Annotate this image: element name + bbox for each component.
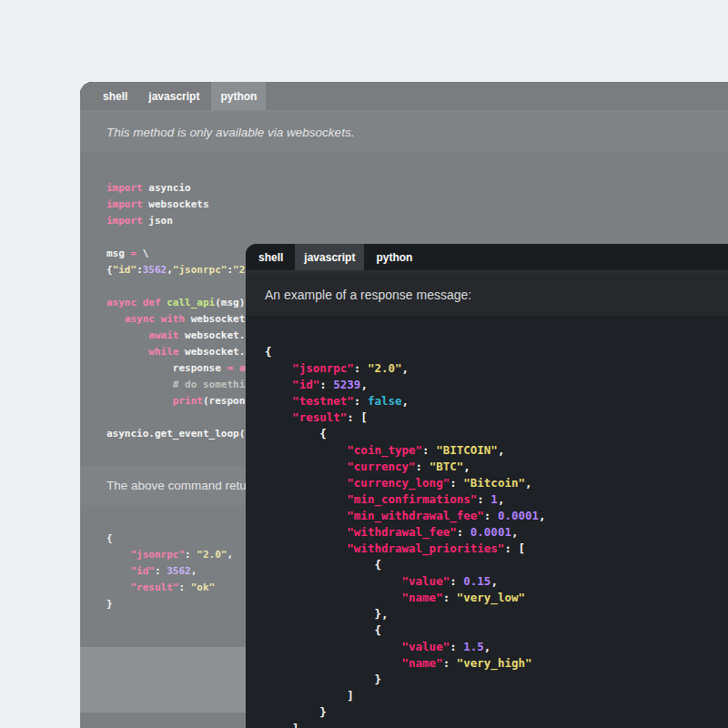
code-line: "withdrawal_fee": 0.0001, — [265, 524, 728, 541]
code-line: ], — [265, 721, 728, 728]
page: { "colors": { "page_bg": "#edeff2", "pan… — [0, 0, 728, 728]
code-line: { — [265, 622, 728, 639]
code-line: "min_withdrawal_fee": 0.0001, — [265, 508, 728, 524]
code-line: import websockets — [106, 197, 728, 213]
tab-javascript[interactable]: javascript — [295, 244, 364, 270]
code-line: ] — [265, 688, 728, 704]
code-line: "result": [ — [265, 410, 728, 426]
code-line: "min_confirmations": 1, — [265, 491, 728, 508]
code-line: "currency_long": "Bitcoin", — [265, 475, 728, 491]
code-line: "jsonrpc": "2.0", — [265, 360, 728, 377]
websockets-availability-note: This method is only available via websoc… — [80, 113, 728, 152]
tab-python[interactable]: python — [367, 244, 421, 270]
code-line: import asyncio — [106, 180, 728, 197]
front-language-tabbar: shelljavascriptpython — [246, 244, 728, 273]
code-line: "withdrawal_priorities": [ — [265, 541, 728, 557]
code-line: { — [265, 426, 728, 442]
code-line: }, — [265, 606, 728, 622]
code-line: "coin_type": "BITCOIN", — [265, 442, 728, 459]
tab-javascript[interactable]: javascript — [139, 82, 208, 110]
response-example-note: An example of a response message: — [246, 273, 728, 316]
tab-shell[interactable]: shell — [94, 82, 136, 110]
code-line: "value": 0.15, — [265, 573, 728, 590]
code-line: "name": "very_low" — [265, 590, 728, 606]
code-line: import json — [106, 213, 728, 229]
code-line: "value": 1.5, — [265, 639, 728, 655]
code-line: "name": "very_high" — [265, 655, 728, 672]
code-line: } — [265, 672, 728, 688]
code-line: "testnet": false, — [265, 393, 728, 410]
code-line: "id": 5239, — [265, 377, 728, 393]
tab-shell[interactable]: shell — [249, 244, 292, 270]
foreground-docs-code-panel: shelljavascriptpython An example of a re… — [246, 244, 728, 728]
code-line: { — [265, 557, 728, 573]
code-line: } — [265, 704, 728, 721]
code-line: "currency": "BTC", — [265, 459, 728, 475]
response-json-code: { "jsonrpc": "2.0", "id": 5239, "testnet… — [246, 316, 728, 728]
back-language-tabbar: shelljavascriptpython — [80, 82, 728, 113]
code-line: { — [265, 344, 728, 360]
tab-python[interactable]: python — [211, 82, 266, 110]
